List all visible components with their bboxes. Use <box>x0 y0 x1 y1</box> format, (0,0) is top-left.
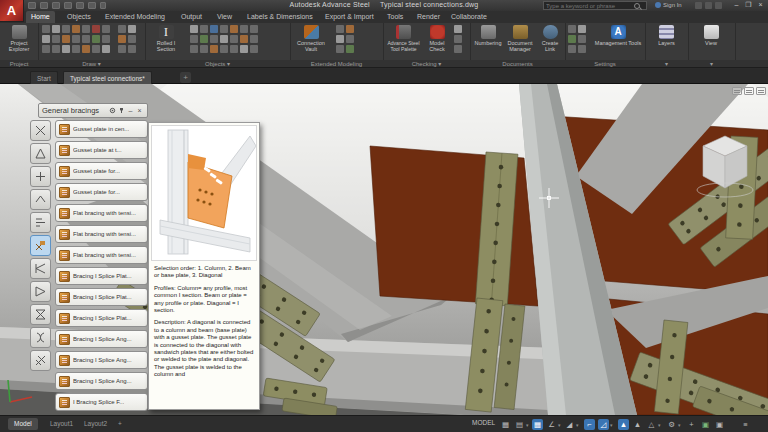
as-tool-palette-button[interactable]: Advance Steel Tool Palette <box>385 24 422 59</box>
annotation-visibility-icon[interactable]: ▲ <box>618 419 629 430</box>
macro-flat-bracing-1[interactable]: Flat bracing with tensi... <box>55 204 148 222</box>
macro-bracing-splice-angle-1[interactable]: Bracing I Splice Ang... <box>55 330 148 348</box>
macro-bracing-splice-plate-1[interactable]: Bracing I Splice Plat... <box>55 267 148 285</box>
add-layout-button[interactable]: + <box>112 418 128 430</box>
macro-flat-bracing-2[interactable]: Flat bracing with tensi... <box>55 225 148 243</box>
project-explorer-button[interactable]: Project Explorer <box>2 24 36 59</box>
tab-tools[interactable]: Tools <box>382 11 408 23</box>
exchange-apps-icon[interactable] <box>695 2 702 9</box>
panel-view-caret[interactable]: ▾ <box>688 60 735 68</box>
window-restore-button[interactable]: ❐ <box>743 0 754 9</box>
bracing-category-icon-10[interactable] <box>30 327 51 348</box>
documents-extra-grid[interactable] <box>568 25 586 53</box>
annotation-scale-icon[interactable]: △ <box>646 419 657 430</box>
bracing-category-icon-2[interactable] <box>30 143 51 164</box>
bracing-category-icon-7[interactable] <box>30 258 51 279</box>
model-tab[interactable]: Model <box>8 418 38 430</box>
bracing-category-icon-9[interactable] <box>30 304 51 325</box>
macro-flat-bracing-3[interactable]: Flat bracing with tensi... <box>55 246 148 264</box>
macro-gusset-plate-3[interactable]: Gusset plate for... <box>55 162 148 180</box>
model-space-label[interactable]: MODEL <box>472 419 495 426</box>
workspace-gear-icon[interactable]: ⚙ <box>666 419 677 430</box>
search-input[interactable] <box>544 3 632 9</box>
crosshair-size-icon[interactable]: + <box>686 419 697 430</box>
tab-home[interactable]: Home <box>26 11 55 23</box>
window-close-button[interactable]: × <box>755 0 766 9</box>
object-snap-tracking-icon[interactable]: ◿ <box>598 419 609 430</box>
viewport-restore-icon[interactable] <box>744 87 754 95</box>
create-link-button[interactable]: Create Link <box>537 24 563 59</box>
tab-export-import[interactable]: Export & Import <box>320 11 379 23</box>
tab-collaborate[interactable]: Collaborate <box>446 11 492 23</box>
minimize-icon[interactable]: – <box>126 107 135 114</box>
macro-bracing-splice-plate-2[interactable]: Bracing I Splice Plat... <box>55 288 148 306</box>
grid-display-icon[interactable]: ▦ <box>500 419 511 430</box>
bracing-category-icon-4[interactable] <box>30 189 51 210</box>
macro-gusset-plate-4[interactable]: Gusset plate for... <box>55 183 148 201</box>
panel-layers-caret[interactable]: ▾ <box>645 60 688 68</box>
bracing-category-icon-5[interactable] <box>30 212 51 233</box>
snap-mode-icon[interactable]: ▤ <box>514 419 525 430</box>
panel-extended-modeling[interactable]: Extended Modeling <box>290 60 383 68</box>
bracing-category-icon-6-selected[interactable] <box>30 235 51 256</box>
file-tab-active[interactable]: Typical steel connections* <box>63 71 152 84</box>
advance-steel-logo[interactable]: A <box>0 0 24 22</box>
macro-bracing-splice-angle-3[interactable]: Bracing I Splice Ang... <box>55 372 148 390</box>
model-check-button[interactable]: Model Check <box>423 24 451 59</box>
panel-draw[interactable]: Draw ▾ <box>38 60 145 68</box>
tab-labels-dimensions[interactable]: Labels & Dimensions <box>242 11 318 23</box>
macro-gusset-plate-2[interactable]: Gusset plate at t... <box>55 141 148 159</box>
macro-bracing-splice-plate-3[interactable]: Bracing I Splice Plat... <box>55 309 148 327</box>
view-button[interactable]: View <box>692 24 730 59</box>
layers-button[interactable]: Layers <box>648 24 685 59</box>
macro-bracing-splice-angle-2[interactable]: Bracing I Splice Ang... <box>55 351 148 369</box>
palette-titlebar[interactable]: General bracings – × <box>38 103 148 118</box>
tab-objects[interactable]: Objects <box>62 11 96 23</box>
layout1-tab[interactable]: Layout1 <box>44 418 79 430</box>
tab-output[interactable]: Output <box>176 11 207 23</box>
macro-i-bracing-splice[interactable]: I Bracing Splice F... <box>55 393 148 411</box>
macro-gusset-plate-1[interactable]: Gusset plate in cen... <box>55 120 148 138</box>
viewport-minimize-icon[interactable] <box>732 87 742 95</box>
close-icon[interactable]: × <box>135 107 144 114</box>
ortho-mode-icon[interactable]: ⌐ <box>584 419 595 430</box>
signin[interactable]: Sign In <box>655 2 682 8</box>
panel-documents[interactable]: Documents <box>470 60 565 68</box>
objects-tools-grid[interactable] <box>190 25 258 53</box>
tab-render[interactable]: Render <box>412 11 445 23</box>
isolate-objects-icon[interactable]: ▣ <box>700 419 711 430</box>
panel-objects[interactable]: Objects ▾ <box>145 60 290 68</box>
viewport-menu-icon[interactable] <box>756 87 766 95</box>
file-tab-start[interactable]: Start <box>30 71 58 84</box>
panel-settings[interactable]: Settings <box>565 60 645 68</box>
draw-tools-grid[interactable] <box>42 25 110 53</box>
stay-connected-icon[interactable] <box>705 2 712 9</box>
checking-extra-grid[interactable] <box>454 25 462 53</box>
autoscale-icon[interactable]: ▲ <box>632 419 643 430</box>
bracing-category-icon-11[interactable] <box>30 350 51 371</box>
numbering-button[interactable]: Numbering <box>473 24 503 59</box>
polar-tracking-icon[interactable]: ∠ <box>546 419 557 430</box>
bracing-category-icon-1[interactable] <box>30 120 51 141</box>
management-tools-button[interactable]: A Management Tools <box>594 24 642 59</box>
bracing-category-icon-3[interactable] <box>30 166 51 187</box>
clean-screen-icon[interactable]: ▣ <box>714 419 725 430</box>
gear-icon[interactable] <box>108 107 117 115</box>
panel-checking[interactable]: Checking ▾ <box>383 60 470 68</box>
help-icon[interactable] <box>715 2 722 9</box>
document-manager-button[interactable]: Document Manager <box>504 24 536 59</box>
connection-vault-button[interactable]: Connection Vault <box>292 24 330 59</box>
infer-constraints-icon[interactable]: ▦ <box>532 419 543 430</box>
rolled-i-section-button[interactable]: I Rolled I Section <box>147 24 185 59</box>
panel-project[interactable]: Project <box>0 60 38 68</box>
window-minimize-button[interactable]: – <box>731 0 742 9</box>
new-drawing-tab-button[interactable]: + <box>180 72 191 83</box>
tab-extended-modeling[interactable]: Extended Modeling <box>100 11 170 23</box>
osnap-icon[interactable]: ◢ <box>564 419 575 430</box>
draw-extra-grid[interactable] <box>118 25 136 53</box>
tab-view[interactable]: View <box>212 11 237 23</box>
pin-icon[interactable] <box>117 107 126 115</box>
extended-modeling-grid[interactable] <box>336 25 354 53</box>
bracing-category-icon-8[interactable] <box>30 281 51 302</box>
layout2-tab[interactable]: Layout2 <box>78 418 113 430</box>
